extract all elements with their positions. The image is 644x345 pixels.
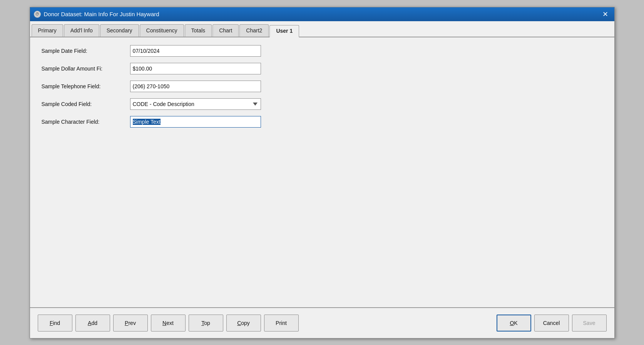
sample-coded-row: Sample Coded Field: CODE - Code Descript… (42, 98, 603, 110)
add-button[interactable]: Add (75, 315, 110, 332)
sample-dollar-label: Sample Dollar Amount Fi: (42, 66, 130, 72)
tab-addl-info[interactable]: Add'l Info (64, 24, 99, 37)
sample-coded-label: Sample Coded Field: (42, 101, 130, 107)
sample-dollar-row: Sample Dollar Amount Fi: (42, 63, 603, 74)
sample-coded-select[interactable]: CODE - Code Description (130, 98, 261, 110)
cancel-button[interactable]: Cancel (534, 315, 569, 332)
print-button[interactable]: Print (264, 315, 299, 332)
window-title: Donor Dataset: Main Info For Justin Hayw… (44, 11, 159, 17)
sample-character-row: Sample Character Field: (42, 116, 603, 128)
tab-secondary[interactable]: Secondary (100, 24, 139, 37)
sample-date-input[interactable] (130, 45, 261, 57)
ok-button[interactable]: OK (497, 315, 531, 332)
next-button[interactable]: Next (151, 315, 186, 332)
tab-user1[interactable]: User 1 (269, 25, 299, 37)
find-button[interactable]: Find (38, 315, 72, 332)
save-button: Save (572, 315, 607, 332)
app-icon: ⏱ (34, 11, 41, 18)
close-button[interactable]: ✕ (600, 10, 611, 19)
sample-date-label: Sample Date Field: (42, 48, 130, 54)
bottom-bar: Find Add Prev Next Top Copy Print OK Can… (30, 307, 614, 338)
sample-character-label: Sample Character Field: (42, 119, 130, 125)
title-bar-left: ⏱ Donor Dataset: Main Info For Justin Ha… (34, 11, 159, 18)
sample-telephone-input[interactable] (130, 81, 261, 92)
content-area: Sample Date Field: Sample Dollar Amount … (30, 37, 614, 307)
title-bar: ⏱ Donor Dataset: Main Info For Justin Ha… (30, 7, 614, 21)
sample-date-row: Sample Date Field: (42, 45, 603, 57)
top-button[interactable]: Top (189, 315, 223, 332)
sample-telephone-row: Sample Telephone Field: (42, 81, 603, 92)
tab-chart2[interactable]: Chart2 (239, 24, 269, 37)
sample-dollar-input[interactable] (130, 63, 261, 74)
main-window: ⏱ Donor Dataset: Main Info For Justin Ha… (30, 7, 615, 338)
tab-primary[interactable]: Primary (32, 24, 63, 37)
tabs-bar: Primary Add'l Info Secondary Constituenc… (30, 21, 614, 37)
copy-button[interactable]: Copy (226, 315, 261, 332)
tab-totals[interactable]: Totals (185, 24, 212, 37)
sample-character-input[interactable] (130, 116, 261, 128)
tab-chart[interactable]: Chart (212, 24, 239, 37)
prev-button[interactable]: Prev (113, 315, 148, 332)
sample-telephone-label: Sample Telephone Field: (42, 83, 130, 89)
tab-constituency[interactable]: Constituency (140, 24, 184, 37)
